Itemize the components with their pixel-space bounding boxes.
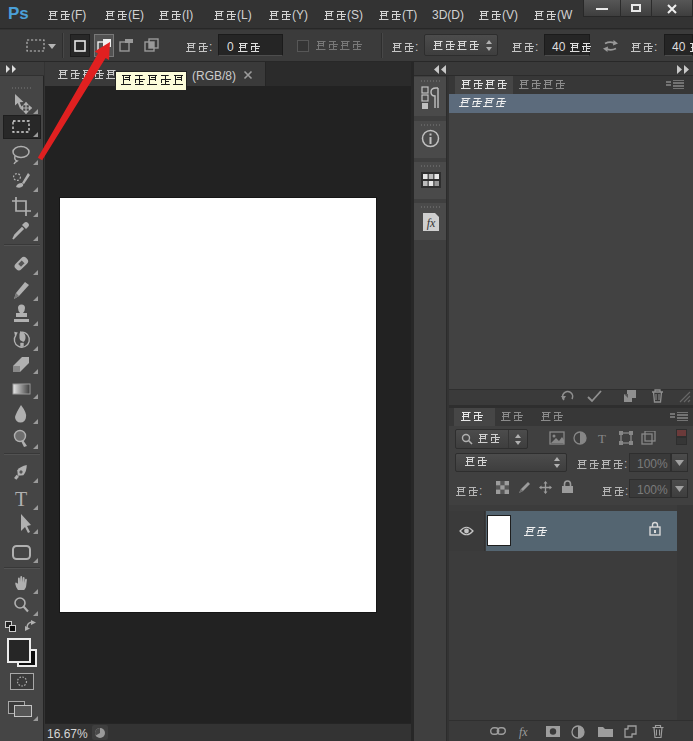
svg-text:T: T [15, 488, 27, 510]
svg-text:fx: fx [427, 216, 436, 230]
